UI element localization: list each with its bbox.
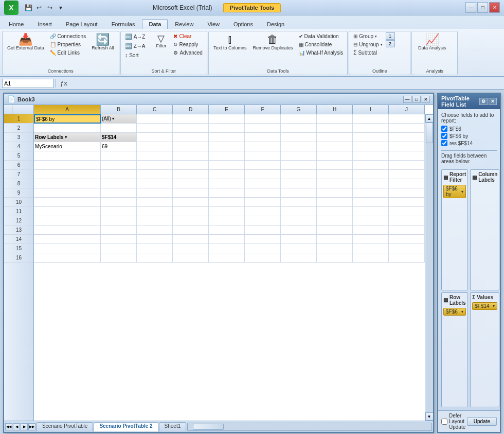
vertical-scrollbar[interactable]: ▲ ▼ — [425, 114, 433, 421]
reapply-btn[interactable]: ↻ Reapply — [171, 41, 204, 48]
cell-e5[interactable] — [209, 151, 245, 161]
cell-j2[interactable] — [389, 124, 425, 133]
row-num-14[interactable]: 14 — [4, 235, 33, 244]
what-if-btn[interactable]: 📊 What-If Analysis — [297, 49, 346, 57]
row-num-10[interactable]: 10 — [4, 198, 33, 207]
cell-a3[interactable]: Row Labels ▾ — [34, 133, 101, 142]
redo-quick-btn[interactable]: ↪ — [45, 3, 55, 12]
row-labels-field-tag[interactable]: $F$6 ▾ — [443, 308, 466, 316]
cell-j12[interactable] — [389, 216, 425, 225]
cell-f6[interactable] — [245, 161, 281, 170]
cell-h12[interactable] — [317, 216, 353, 225]
scroll-thumb-v[interactable] — [426, 123, 433, 143]
cell-i3[interactable] — [353, 133, 389, 142]
col-header-j[interactable]: J — [389, 105, 425, 114]
col-header-a[interactable]: A — [34, 105, 101, 114]
row-num-16[interactable]: 16 — [4, 253, 33, 263]
edit-links-btn[interactable]: ✏️ Edit Links — [48, 49, 88, 57]
cell-g11[interactable] — [281, 207, 317, 216]
cell-e15[interactable] — [209, 244, 245, 253]
cell-d13[interactable] — [173, 225, 209, 235]
cell-a12[interactable] — [34, 216, 101, 225]
row-labels-dropdown-icon[interactable]: ▾ — [461, 309, 463, 314]
tab-options[interactable]: Options — [227, 19, 260, 29]
cell-f1[interactable] — [245, 114, 281, 124]
pivot-panel-settings-btn[interactable]: ⚙ — [479, 98, 488, 105]
cell-i13[interactable] — [353, 225, 389, 235]
sheet-tab-1[interactable]: Scenario PivotTable — [37, 422, 93, 431]
cell-a4[interactable]: MyScenario — [34, 142, 101, 151]
cell-c1[interactable] — [137, 114, 173, 124]
cell-a15[interactable] — [34, 244, 101, 253]
cell-g15[interactable] — [281, 244, 317, 253]
cell-j8[interactable] — [389, 179, 425, 188]
formula-input[interactable] — [71, 79, 502, 88]
row-num-3[interactable]: 3 — [4, 133, 33, 142]
cell-b11[interactable] — [101, 207, 137, 216]
cell-h15[interactable] — [317, 244, 353, 253]
close-btn[interactable]: ✕ — [489, 2, 500, 13]
row-num-6[interactable]: 6 — [4, 161, 33, 170]
filter-dropdown-icon[interactable]: ▾ — [112, 116, 114, 121]
cell-c11[interactable] — [137, 207, 173, 216]
cell-h6[interactable] — [317, 161, 353, 170]
cell-g9[interactable] — [281, 188, 317, 198]
sort-btn[interactable]: ↕️ Sort — [123, 51, 148, 59]
cell-i16[interactable] — [353, 253, 389, 263]
tab-home[interactable]: Home — [2, 19, 30, 29]
cell-d14[interactable] — [173, 235, 209, 244]
cell-c5[interactable] — [137, 151, 173, 161]
cell-c3[interactable] — [137, 133, 173, 142]
row-num-9[interactable]: 9 — [4, 188, 33, 198]
cell-e13[interactable] — [209, 225, 245, 235]
cell-g7[interactable] — [281, 170, 317, 179]
cell-g14[interactable] — [281, 235, 317, 244]
values-dropdown-icon[interactable]: ▾ — [493, 304, 495, 308]
cell-d1[interactable] — [173, 114, 209, 124]
cell-b8[interactable] — [101, 179, 137, 188]
horizontal-scrollbar[interactable] — [187, 423, 432, 431]
refresh-all-btn[interactable]: 🔄 Refresh All — [89, 32, 117, 52]
cell-c14[interactable] — [137, 235, 173, 244]
cell-c13[interactable] — [137, 225, 173, 235]
cell-d2[interactable] — [173, 124, 209, 133]
clear-btn[interactable]: ✖ Clear — [171, 32, 204, 40]
cell-b4[interactable]: 69 — [101, 142, 137, 151]
col-header-h[interactable]: H — [317, 105, 353, 114]
cell-b2[interactable] — [101, 124, 137, 133]
cell-a5[interactable] — [34, 151, 101, 161]
cell-j16[interactable] — [389, 253, 425, 263]
row-labels-dropdown-icon[interactable]: ▾ — [65, 135, 67, 140]
cell-f4[interactable] — [245, 142, 281, 151]
cell-h13[interactable] — [317, 225, 353, 235]
cell-f3[interactable] — [245, 133, 281, 142]
sheet-prev-btn[interactable]: ◀ — [13, 423, 20, 430]
cell-e10[interactable] — [209, 198, 245, 207]
tab-data[interactable]: Data — [142, 19, 168, 29]
cell-g2[interactable] — [281, 124, 317, 133]
cell-e16[interactable] — [209, 253, 245, 263]
cell-b9[interactable] — [101, 188, 137, 198]
remove-duplicates-btn[interactable]: 🗑 Remove Duplicates — [250, 32, 295, 53]
cell-a13[interactable] — [34, 225, 101, 235]
cell-d6[interactable] — [173, 161, 209, 170]
cell-g8[interactable] — [281, 179, 317, 188]
cell-c8[interactable] — [137, 179, 173, 188]
cell-f14[interactable] — [245, 235, 281, 244]
cell-h14[interactable] — [317, 235, 353, 244]
cell-i4[interactable] — [353, 142, 389, 151]
subtotal-btn[interactable]: Σ Subtotal — [351, 49, 384, 57]
ungroup-btn[interactable]: ⊟ Ungroup ▾ — [351, 41, 384, 48]
cell-h2[interactable] — [317, 124, 353, 133]
tab-view[interactable]: View — [201, 19, 226, 29]
undo-quick-btn[interactable]: ↩ — [34, 3, 44, 12]
report-filter-dropdown-icon[interactable]: ▾ — [461, 189, 463, 194]
cell-d3[interactable] — [173, 133, 209, 142]
row-num-11[interactable]: 11 — [4, 207, 33, 216]
cell-j11[interactable] — [389, 207, 425, 216]
cell-f13[interactable] — [245, 225, 281, 235]
cell-c7[interactable] — [137, 170, 173, 179]
scroll-up-btn[interactable]: ▲ — [425, 114, 434, 123]
cell-c4[interactable] — [137, 142, 173, 151]
col-header-e[interactable]: E — [209, 105, 245, 114]
